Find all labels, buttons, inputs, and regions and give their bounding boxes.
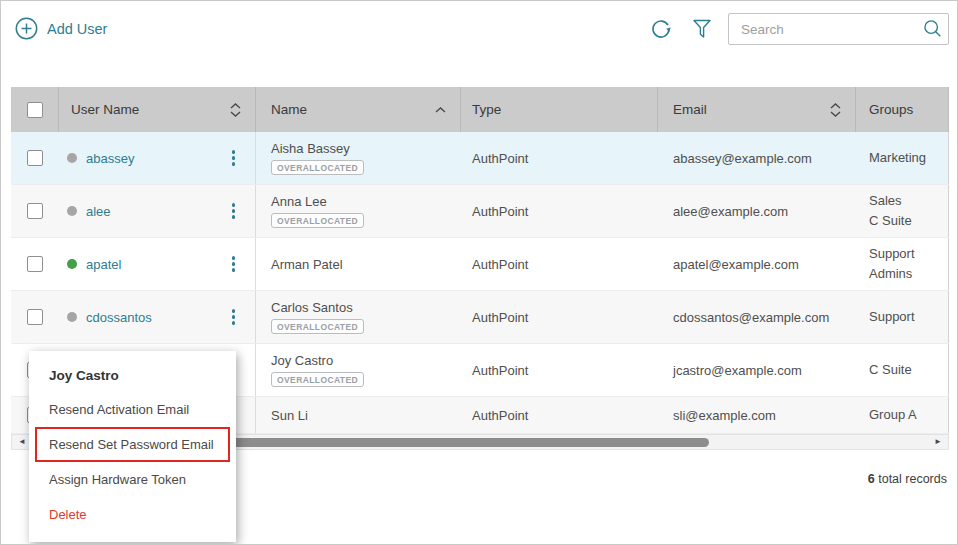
kebab-dot	[232, 309, 236, 313]
user-fullname: Anna Lee	[271, 194, 327, 209]
table-row: apatelArman PatelAuthPointapatel@example…	[11, 238, 949, 291]
user-fullname: Joy Castro	[271, 353, 333, 368]
username-link[interactable]: apatel	[86, 257, 121, 272]
sort-control[interactable]	[830, 103, 841, 117]
chevron-down-icon	[230, 111, 241, 117]
kebab-dot	[232, 315, 236, 319]
user-fullname: Arman Patel	[271, 257, 343, 272]
type-cell: AuthPoint	[461, 291, 658, 343]
email-cell: jcastro@example.com	[658, 344, 856, 396]
scroll-right-arrow-icon[interactable]: ►	[934, 435, 942, 449]
column-header-type[interactable]: Type	[461, 87, 658, 132]
search-icon[interactable]	[922, 18, 944, 40]
context-menu-item-resend-set-password-email[interactable]: Resend Set Password Email	[35, 427, 230, 462]
kebab-menu-icon[interactable]	[229, 147, 239, 169]
scroll-left-arrow-icon[interactable]: ◄	[18, 435, 26, 449]
table-row: cdossantosCarlos SantosOVERALLOCATEDAuth…	[11, 291, 949, 344]
context-menu-item-delete[interactable]: Delete	[29, 497, 236, 532]
user-fullname: Sun Li	[271, 408, 308, 423]
kebab-menu-icon[interactable]	[229, 200, 239, 222]
sort-control[interactable]	[435, 107, 446, 113]
kebab-menu-icon[interactable]	[229, 253, 239, 275]
name-cell: Aisha BasseyOVERALLOCATED	[256, 132, 461, 184]
kebab-menu-icon[interactable]	[229, 306, 239, 328]
overallocated-badge: OVERALLOCATED	[271, 160, 364, 175]
kebab-dot	[232, 162, 236, 166]
search-input[interactable]	[729, 22, 922, 37]
add-user-button[interactable]: Add User	[15, 17, 107, 40]
row-checkbox[interactable]	[27, 203, 43, 219]
type-cell: AuthPoint	[461, 397, 658, 433]
email-cell: alee@example.com	[658, 185, 856, 237]
select-all-checkbox[interactable]	[27, 102, 43, 118]
status-dot	[67, 206, 77, 216]
username-link[interactable]: abassey	[86, 151, 134, 166]
plus-circle-icon	[15, 17, 38, 40]
sort-control[interactable]	[230, 103, 241, 117]
context-menu-item-assign-hardware-token[interactable]: Assign Hardware Token	[29, 462, 236, 497]
total-records-label: total records	[875, 472, 947, 486]
row-checkbox-cell	[11, 132, 59, 184]
group-name: C Suite	[869, 361, 912, 379]
row-checkbox-cell	[11, 291, 59, 343]
add-user-label: Add User	[47, 21, 107, 37]
groups-cell: Marketing	[856, 132, 949, 184]
refresh-icon	[649, 17, 673, 41]
column-header-name[interactable]: Name	[256, 87, 461, 132]
groups-cell: Support	[856, 291, 949, 343]
overallocated-badge: OVERALLOCATED	[271, 213, 364, 228]
table-header: User NameNameTypeEmailGroups	[11, 87, 949, 132]
username-cell: apatel	[59, 238, 256, 290]
username-link[interactable]: alee	[86, 204, 111, 219]
kebab-dot	[232, 150, 236, 154]
name-cell: Joy CastroOVERALLOCATED	[256, 344, 461, 396]
group-name: C Suite	[869, 212, 912, 230]
user-management-page: Add User User NameNa	[0, 0, 958, 545]
email-cell: sli@example.com	[658, 397, 856, 433]
groups-cell: SupportAdmins	[856, 238, 949, 290]
column-header-label: User Name	[71, 102, 139, 117]
column-header-groups[interactable]: Groups	[856, 87, 949, 132]
column-header-label: Type	[472, 102, 501, 117]
table-row: aleeAnna LeeOVERALLOCATEDAuthPointalee@e…	[11, 185, 949, 238]
context-menu-item-resend-activation-email[interactable]: Resend Activation Email	[29, 392, 236, 427]
chevron-up-icon	[230, 103, 241, 109]
row-checkbox[interactable]	[27, 309, 43, 325]
overallocated-badge: OVERALLOCATED	[271, 372, 364, 387]
user-fullname: Carlos Santos	[271, 300, 353, 315]
context-menu-title: Joy Castro	[29, 356, 236, 392]
groups-cell: Group A	[856, 397, 949, 433]
column-header-label: Groups	[869, 102, 913, 117]
column-header-user-name[interactable]: User Name	[59, 87, 256, 132]
group-name: Support	[869, 245, 915, 263]
kebab-dot	[232, 156, 236, 160]
name-cell: Anna LeeOVERALLOCATED	[256, 185, 461, 237]
scrollbar-thumb[interactable]	[227, 438, 709, 447]
filter-button[interactable]	[690, 17, 714, 41]
email-cell: cdossantos@example.com	[658, 291, 856, 343]
user-fullname: Aisha Bassey	[271, 141, 350, 156]
email-cell: abassey@example.com	[658, 132, 856, 184]
refresh-button[interactable]	[649, 17, 673, 41]
groups-cell: C Suite	[856, 344, 949, 396]
email-cell: apatel@example.com	[658, 238, 856, 290]
toolbar: Add User	[1, 1, 957, 57]
username-cell: alee	[59, 185, 256, 237]
group-name: Group A	[869, 406, 917, 424]
column-header-label: Email	[673, 102, 707, 117]
chevron-up-icon	[830, 103, 841, 109]
group-name: Support	[869, 308, 915, 326]
row-checkbox[interactable]	[27, 256, 43, 272]
username-link[interactable]: cdossantos	[86, 310, 152, 325]
total-records-count: 6	[868, 472, 875, 486]
kebab-dot	[232, 209, 236, 213]
filter-funnel-icon	[690, 17, 714, 41]
row-context-menu: Joy Castro Resend Activation EmailResend…	[29, 351, 236, 542]
kebab-dot	[232, 203, 236, 207]
row-checkbox[interactable]	[27, 150, 43, 166]
search-box	[728, 13, 949, 45]
status-dot	[67, 259, 77, 269]
column-header-email[interactable]: Email	[658, 87, 856, 132]
groups-cell: SalesC Suite	[856, 185, 949, 237]
group-name: Sales	[869, 192, 902, 210]
